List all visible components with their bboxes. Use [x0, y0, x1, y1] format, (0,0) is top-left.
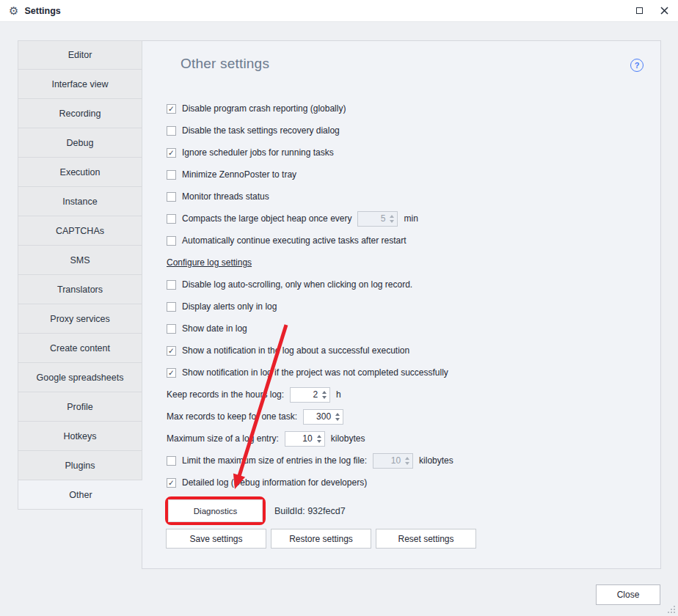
checkbox-label: Limit the maximum size of entries in the…: [182, 455, 367, 466]
save-settings-button[interactable]: Save settings: [166, 529, 266, 549]
sidebar-item-editor[interactable]: Editor: [18, 40, 142, 70]
help-icon[interactable]: ?: [630, 59, 644, 72]
option-row: Disable log auto-scrolling, only when cl…: [167, 274, 453, 296]
diagnostics-button[interactable]: Diagnostics: [168, 499, 263, 522]
close-icon: [660, 7, 668, 15]
spinner-down-icon[interactable]: [390, 220, 394, 223]
log-file-limit-spinner[interactable]: 10: [373, 453, 413, 469]
unit-label: kilobytes: [331, 433, 365, 444]
option-row: Show date in log: [167, 318, 453, 340]
checkbox-label: Disable log auto-scrolling, only when cl…: [182, 279, 412, 290]
sidebar-item-debug[interactable]: Debug: [18, 128, 142, 158]
sidebar-item-profile[interactable]: Profile: [18, 392, 142, 422]
option-row: ✓ Show a notification in the log about a…: [167, 340, 453, 362]
titlebar: ⚙ Settings: [0, 0, 678, 22]
limit-log-file-row: Limit the maximum size of entries in the…: [167, 450, 453, 472]
checkbox[interactable]: ✓: [167, 148, 176, 158]
configure-log-settings-link[interactable]: Configure log settings: [167, 257, 252, 268]
spinner-down-icon[interactable]: [317, 440, 321, 443]
sidebar-item-google-spreadsheets[interactable]: Google spreadsheets: [18, 363, 142, 392]
max-log-entry-row: Maximum size of a log entry: 10 kilobyte…: [167, 428, 453, 450]
field-label: Keep records in the hours log:: [167, 389, 284, 400]
unit-label: kilobytes: [419, 455, 453, 466]
spinner-up-icon[interactable]: [390, 215, 394, 218]
sidebar-item-instance[interactable]: Instance: [18, 187, 142, 216]
keep-records-row: Keep records in the hours log: 2 h: [167, 384, 453, 406]
build-id-label: BuildId: 932fecd7: [274, 506, 346, 516]
checkbox-label: Disable the task settings recovery dialo…: [182, 125, 340, 136]
gear-icon: ⚙: [9, 5, 18, 16]
checkbox[interactable]: [167, 324, 176, 334]
option-row: Disable the task settings recovery dialo…: [167, 120, 453, 142]
spinner-up-icon[interactable]: [405, 457, 409, 460]
annotation-highlight-box: Diagnostics: [165, 496, 266, 525]
checkbox-label: Disable program crash reporting (globall…: [182, 103, 346, 114]
spinner-value: 10: [391, 455, 401, 466]
spinner-value: 2: [313, 389, 318, 400]
option-row-heap-compact: Compacts the large object heap once ever…: [167, 208, 453, 230]
spinner-down-icon[interactable]: [405, 462, 409, 465]
sidebar-item-plugins[interactable]: Plugins: [18, 451, 142, 480]
close-button[interactable]: Close: [596, 584, 660, 605]
option-row: ✓ Ignore scheduler jobs for running task…: [167, 142, 453, 164]
max-records-spinner[interactable]: 300: [303, 409, 343, 425]
resize-grip[interactable]: [666, 604, 675, 613]
close-window-button[interactable]: [653, 0, 675, 21]
window-title: Settings: [24, 6, 60, 16]
spinner-down-icon[interactable]: [322, 396, 327, 399]
keep-records-spinner[interactable]: 2: [290, 387, 330, 403]
log-entry-size-spinner[interactable]: 10: [285, 431, 325, 447]
checkbox-label: Minimize ZennoPoster to tray: [182, 169, 296, 180]
sidebar-item-captchas[interactable]: CAPTCHAs: [18, 216, 142, 246]
sidebar-item-execution[interactable]: Execution: [18, 158, 142, 187]
diagnostics-row: Diagnostics BuildId: 932fecd7: [165, 496, 346, 525]
spinner-down-icon[interactable]: [335, 418, 340, 421]
window-body: Editor Interface view Recording Debug Ex…: [0, 22, 678, 616]
checkbox[interactable]: [167, 192, 176, 202]
field-label: Maximum size of a log entry:: [167, 433, 279, 444]
checkbox[interactable]: [167, 170, 176, 180]
sidebar-item-translators[interactable]: Translators: [18, 275, 142, 304]
sidebar-item-sms[interactable]: SMS: [18, 246, 142, 275]
unit-label: min: [404, 213, 418, 224]
spinner-up-icon[interactable]: [335, 413, 340, 416]
sidebar-item-recording[interactable]: Recording: [18, 99, 142, 128]
sidebar-item-interface-view[interactable]: Interface view: [18, 70, 142, 99]
checkbox-label: Display alerts only in log: [182, 301, 277, 312]
checkbox-label: Show a notification in the log about a s…: [182, 345, 409, 356]
spinner-up-icon[interactable]: [322, 391, 327, 394]
spinner-value: 10: [302, 433, 312, 444]
detailed-log-row: ✓ Detailed log (Debug information for de…: [167, 472, 453, 494]
checkbox[interactable]: [167, 280, 176, 290]
checkbox-label: Show date in log: [182, 323, 247, 334]
checkbox[interactable]: ✓: [167, 346, 176, 356]
checkbox-label: Detailed log (Debug information for deve…: [182, 477, 367, 488]
checkbox[interactable]: [167, 236, 176, 246]
sidebar-item-hotkeys[interactable]: Hotkeys: [18, 422, 142, 451]
checkbox[interactable]: ✓: [167, 104, 176, 114]
maximize-button[interactable]: [628, 0, 650, 21]
unit-label: h: [336, 389, 341, 400]
maximize-icon: [636, 7, 643, 14]
settings-buttons: Save settings Restore settings Reset set…: [166, 529, 476, 549]
option-row: Automatically continue executing active …: [167, 230, 453, 252]
option-row: Monitor threads status: [167, 186, 453, 208]
sidebar-item-create-content[interactable]: Create content: [18, 334, 142, 363]
sidebar-item-proxy-services[interactable]: Proxy services: [18, 304, 142, 334]
option-row: ✓ Show notification in log if the projec…: [167, 362, 453, 384]
page-title: Other settings: [181, 56, 269, 72]
sidebar-item-other[interactable]: Other: [18, 480, 143, 510]
max-records-row: Max records to keep for one task: 300: [167, 406, 453, 428]
checkbox[interactable]: [167, 302, 176, 312]
log-settings-link-row: Configure log settings: [167, 252, 453, 274]
checkbox[interactable]: [167, 456, 176, 466]
checkbox[interactable]: ✓: [167, 368, 176, 378]
checkbox[interactable]: [167, 126, 176, 136]
heap-interval-spinner[interactable]: 5: [357, 211, 398, 227]
checkbox[interactable]: ✓: [167, 478, 176, 488]
spinner-up-icon[interactable]: [317, 435, 321, 438]
restore-settings-button[interactable]: Restore settings: [271, 529, 371, 549]
spinner-value: 5: [381, 213, 386, 224]
checkbox[interactable]: [167, 214, 176, 224]
reset-settings-button[interactable]: Reset settings: [376, 529, 476, 549]
